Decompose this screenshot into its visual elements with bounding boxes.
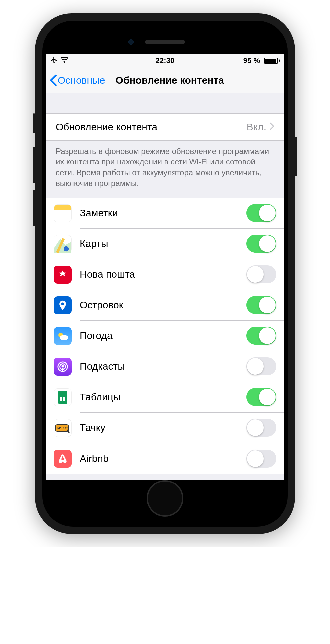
section-spacer bbox=[46, 93, 284, 113]
app-toggle[interactable] bbox=[246, 296, 276, 314]
battery-icon bbox=[263, 58, 280, 64]
podcast-app-icon bbox=[54, 358, 72, 376]
nova-app-icon bbox=[54, 266, 72, 284]
chevron-left-icon bbox=[50, 74, 57, 86]
app-toggle[interactable] bbox=[246, 265, 276, 283]
app-toggle[interactable] bbox=[246, 235, 276, 253]
app-name-label: Airbnb bbox=[80, 453, 246, 464]
app-name-label: Тачку bbox=[80, 422, 246, 433]
section-footer: Разрешать в фоновом режиме обновление пр… bbox=[46, 141, 284, 198]
app-name-label: Островок bbox=[80, 299, 246, 311]
app-toggle[interactable] bbox=[246, 204, 276, 222]
app-row: Airbnb bbox=[46, 443, 284, 474]
tachku-app-icon: ТАЧКУ! bbox=[54, 419, 72, 437]
nav-bar: Основные Обновление контента bbox=[46, 67, 284, 93]
earpiece-speaker bbox=[145, 40, 185, 44]
chevron-right-icon bbox=[270, 121, 274, 133]
airbnb-app-icon bbox=[54, 450, 72, 468]
app-row: Погода bbox=[46, 321, 284, 351]
home-button[interactable] bbox=[147, 480, 183, 517]
app-row: Карты bbox=[46, 229, 284, 259]
back-button[interactable]: Основные bbox=[50, 74, 105, 86]
ostrov-app-icon bbox=[54, 296, 72, 314]
svg-point-1 bbox=[64, 246, 69, 251]
app-name-label: Карты bbox=[80, 238, 246, 249]
airplane-mode-icon bbox=[50, 56, 58, 65]
wifi-icon bbox=[60, 56, 68, 65]
front-camera bbox=[128, 39, 134, 45]
app-row: ТАЧКУ!Тачку bbox=[46, 413, 284, 443]
power-button bbox=[295, 137, 297, 176]
app-row: Нова пошта bbox=[46, 259, 284, 290]
app-toggle[interactable] bbox=[246, 450, 276, 468]
screen: 22:30 95 % Основные Обновление контента bbox=[46, 54, 284, 480]
master-label: Обновление контента bbox=[56, 121, 247, 133]
svg-point-3 bbox=[60, 335, 68, 340]
volume-down bbox=[33, 190, 35, 226]
sheets-app-icon bbox=[54, 388, 72, 406]
app-row: Островок bbox=[46, 290, 284, 321]
app-toggle[interactable] bbox=[246, 419, 276, 437]
mute-switch bbox=[33, 113, 35, 133]
app-toggle[interactable] bbox=[246, 388, 276, 406]
volume-up bbox=[33, 147, 35, 183]
battery-percent: 95 % bbox=[243, 56, 260, 65]
phone-frame: 22:30 95 % Основные Обновление контента bbox=[35, 13, 295, 534]
background-refresh-master-cell[interactable]: Обновление контента Вкл. bbox=[46, 113, 284, 141]
status-time: 22:30 bbox=[156, 56, 174, 65]
master-value: Вкл. bbox=[247, 121, 266, 133]
page-title: Обновление контента bbox=[116, 75, 224, 86]
app-list: ЗаметкиКартыНова поштаОстровокПогодаПодк… bbox=[46, 198, 284, 474]
svg-text:ТАЧКУ!: ТАЧКУ! bbox=[56, 426, 68, 430]
app-row: Заметки bbox=[46, 198, 284, 229]
app-name-label: Подкасты bbox=[80, 361, 246, 372]
svg-point-6 bbox=[61, 365, 64, 367]
app-name-label: Таблицы bbox=[80, 391, 246, 403]
app-toggle[interactable] bbox=[246, 327, 276, 345]
app-name-label: Нова пошта bbox=[80, 269, 246, 280]
back-label: Основные bbox=[58, 75, 105, 86]
app-row: Таблицы bbox=[46, 382, 284, 413]
app-row: Подкасты bbox=[46, 351, 284, 382]
maps-app-icon bbox=[54, 235, 72, 253]
app-name-label: Погода bbox=[80, 330, 246, 341]
weather-app-icon bbox=[54, 327, 72, 345]
notes-app-icon bbox=[54, 204, 72, 222]
app-name-label: Заметки bbox=[80, 207, 246, 219]
status-bar: 22:30 95 % bbox=[46, 54, 284, 67]
app-toggle[interactable] bbox=[246, 357, 276, 375]
